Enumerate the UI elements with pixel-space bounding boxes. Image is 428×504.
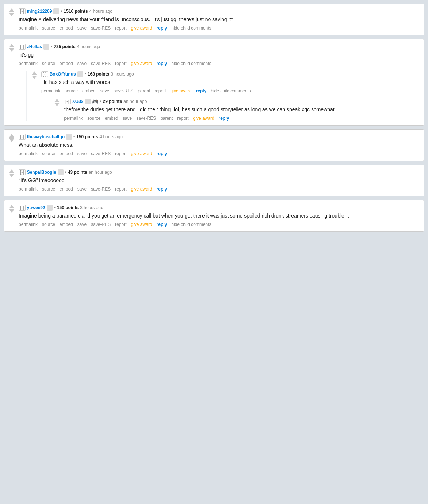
comment-meta: [-]BoxOfYunus•168 points3 hours ago [41, 71, 419, 77]
reply-link[interactable]: reply [157, 186, 167, 192]
report-link[interactable]: report [115, 222, 126, 227]
source-link[interactable]: source [42, 186, 55, 192]
hide-child-comments-link[interactable]: hide child comments [171, 61, 211, 66]
give-award-link[interactable]: give award [131, 61, 152, 66]
reply-link[interactable]: reply [157, 26, 167, 31]
embed-link[interactable]: embed [82, 88, 96, 93]
source-link[interactable]: source [42, 26, 55, 31]
reply-link[interactable]: reply [196, 88, 207, 93]
permalink-link[interactable]: permalink [19, 222, 38, 227]
timestamp: 4 hours ago [77, 44, 100, 49]
downvote-arrow[interactable] [9, 138, 14, 142]
save-link[interactable]: save [77, 61, 87, 66]
saveRES-link[interactable]: save-RES [91, 186, 111, 192]
give-award-link[interactable]: give award [193, 116, 214, 121]
username[interactable]: thewaybaseballgo [27, 134, 65, 139]
vote-column [54, 99, 60, 107]
comment-item: [-]yuwee92•150 points3 hours agoImagine … [4, 200, 424, 232]
source-link[interactable]: source [42, 61, 55, 66]
source-link[interactable]: source [42, 151, 55, 156]
username[interactable]: XG32 [72, 99, 84, 104]
embed-link[interactable]: embed [60, 26, 73, 31]
permalink-link[interactable]: permalink [19, 186, 38, 192]
collapse-button[interactable]: [-] [19, 8, 26, 14]
reply-link[interactable]: reply [157, 222, 167, 227]
permalink-link[interactable]: permalink [41, 88, 60, 93]
downvote-arrow[interactable] [32, 76, 37, 79]
hide-child-comments-link[interactable]: hide child comments [171, 222, 211, 227]
reply-link[interactable]: reply [157, 61, 167, 66]
give-award-link[interactable]: give award [131, 222, 152, 227]
collapse-button[interactable]: [-] [64, 99, 71, 104]
saveRES-link[interactable]: save-RES [136, 116, 156, 121]
report-link[interactable]: report [177, 116, 188, 121]
comment-text: "it's gg" [19, 51, 419, 59]
upvote-arrow[interactable] [9, 134, 14, 138]
collapse-button[interactable]: [-] [41, 71, 48, 77]
reply-link[interactable]: reply [219, 116, 229, 121]
embed-link[interactable]: embed [60, 186, 73, 192]
comment-text: Imagine being a paramedic and you get an… [19, 212, 419, 220]
permalink-link[interactable]: permalink [64, 116, 83, 121]
save-link[interactable]: save [100, 88, 109, 93]
source-link[interactable]: source [42, 222, 55, 227]
saveRES-link[interactable]: save-RES [91, 61, 111, 66]
embed-link[interactable]: embed [60, 61, 73, 66]
dot-separator: • [73, 134, 75, 139]
report-link[interactable]: report [115, 186, 126, 192]
username[interactable]: BoxOfYunus [50, 72, 76, 77]
permalink-link[interactable]: permalink [19, 61, 38, 66]
upvote-arrow[interactable] [9, 8, 14, 12]
reply-link[interactable]: reply [157, 151, 167, 156]
give-award-link[interactable]: give award [131, 26, 152, 31]
collapse-button[interactable]: [-] [19, 134, 26, 140]
saveRES-link[interactable]: save-RES [91, 222, 111, 227]
permalink-link[interactable]: permalink [19, 26, 38, 31]
collapse-button[interactable]: [-] [19, 44, 26, 50]
downvote-arrow[interactable] [9, 209, 14, 213]
username[interactable]: yuwee92 [27, 205, 45, 210]
save-link[interactable]: save [77, 186, 87, 192]
parent-link[interactable]: parent [138, 88, 150, 93]
save-link[interactable]: save [77, 151, 87, 156]
comment-item: [-]ming212209•1516 points4 hours agoImag… [4, 4, 424, 35]
username[interactable]: zHellas [27, 44, 42, 49]
give-award-link[interactable]: give award [131, 151, 152, 156]
username[interactable]: ming212209 [27, 9, 52, 14]
source-link[interactable]: source [65, 88, 78, 93]
saveRES-link[interactable]: save-RES [91, 151, 111, 156]
upvote-arrow[interactable] [32, 71, 37, 75]
comment-body: [-]yuwee92•150 points3 hours agoImagine … [19, 205, 419, 227]
downvote-arrow[interactable] [9, 13, 14, 16]
report-link[interactable]: report [115, 61, 126, 66]
hide-child-comments-link[interactable]: hide child comments [211, 88, 251, 93]
save-link[interactable]: save [77, 26, 87, 31]
upvote-arrow[interactable] [9, 44, 14, 47]
give-award-link[interactable]: give award [131, 186, 152, 192]
downvote-arrow[interactable] [9, 48, 14, 52]
embed-link[interactable]: embed [105, 116, 118, 121]
timestamp: 3 hours ago [111, 72, 134, 77]
downvote-arrow[interactable] [9, 174, 14, 177]
collapse-button[interactable]: [-] [19, 205, 26, 211]
collapse-button[interactable]: [-] [19, 169, 26, 175]
upvote-arrow[interactable] [9, 205, 14, 208]
username[interactable]: SenpaiBoogie [27, 170, 56, 175]
saveRES-link[interactable]: save-RES [91, 26, 111, 31]
report-link[interactable]: report [154, 88, 166, 93]
give-award-link[interactable]: give award [171, 88, 192, 93]
save-link[interactable]: save [123, 116, 132, 121]
save-link[interactable]: save [77, 222, 87, 227]
source-link[interactable]: source [87, 116, 100, 121]
upvote-arrow[interactable] [54, 99, 60, 102]
embed-link[interactable]: embed [60, 222, 73, 227]
report-link[interactable]: report [115, 26, 126, 31]
embed-link[interactable]: embed [60, 151, 73, 156]
parent-link[interactable]: parent [160, 116, 173, 121]
saveRES-link[interactable]: save-RES [114, 88, 133, 93]
upvote-arrow[interactable] [9, 169, 14, 173]
downvote-arrow[interactable] [54, 103, 60, 107]
report-link[interactable]: report [115, 151, 126, 156]
hide-child-comments-link[interactable]: hide child comments [171, 26, 211, 31]
permalink-link[interactable]: permalink [19, 151, 38, 156]
